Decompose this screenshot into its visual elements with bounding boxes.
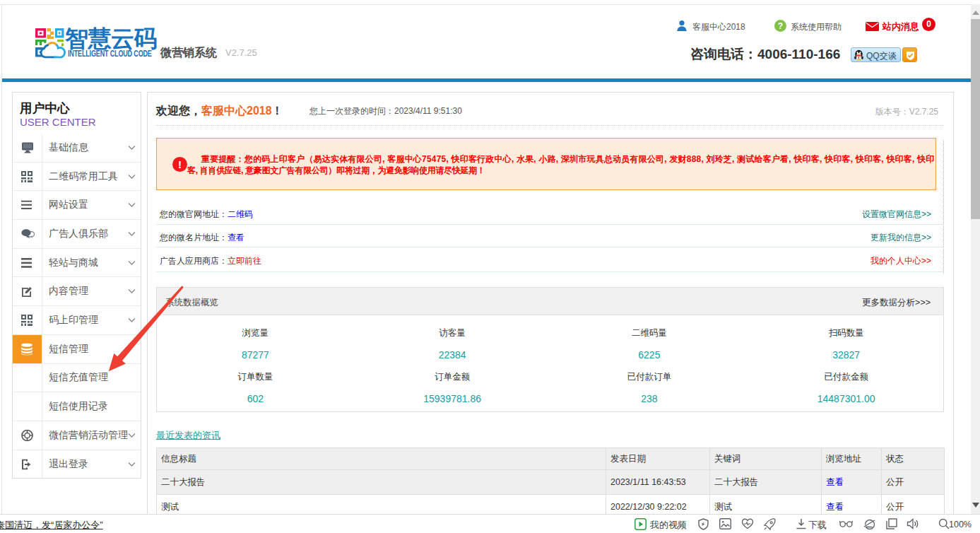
svg-text:?: ?	[778, 21, 783, 31]
